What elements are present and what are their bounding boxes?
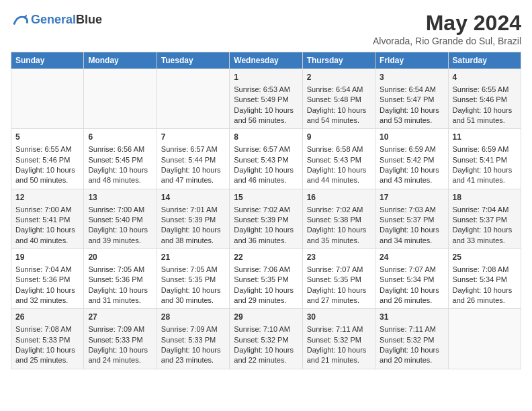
day-info-line: and 39 minutes. [88, 236, 152, 246]
day-info-line: Sunrise: 7:05 AM [88, 265, 152, 275]
day-number: 4 [453, 72, 517, 83]
calendar-cell: 15Sunrise: 7:02 AMSunset: 5:39 PMDayligh… [230, 189, 302, 248]
day-info-line: Daylight: 10 hours [453, 165, 517, 175]
day-info-line: Daylight: 10 hours [234, 285, 298, 295]
day-info-line: Daylight: 10 hours [15, 165, 79, 175]
calendar-cell: 27Sunrise: 7:09 AMSunset: 5:33 PMDayligh… [84, 309, 157, 369]
day-info-line: Daylight: 10 hours [380, 285, 443, 295]
header-wednesday: Wednesday [230, 52, 302, 69]
day-info-line: and 23 minutes. [161, 355, 225, 365]
day-info-line: Sunrise: 6:55 AM [453, 85, 517, 95]
day-info-line: and 48 minutes. [88, 175, 152, 185]
day-info-line: and 41 minutes. [453, 175, 517, 185]
day-info-line: Sunset: 5:36 PM [88, 275, 152, 285]
calendar-cell: 7Sunrise: 6:57 AMSunset: 5:44 PMDaylight… [157, 129, 229, 189]
calendar-cell: 5Sunrise: 6:55 AMSunset: 5:46 PMDaylight… [11, 129, 84, 189]
day-number: 26 [15, 312, 79, 323]
day-info-line: Sunset: 5:40 PM [88, 215, 152, 225]
day-info-line: Daylight: 10 hours [453, 285, 517, 295]
day-number: 5 [15, 132, 79, 143]
calendar-cell: 22Sunrise: 7:06 AMSunset: 5:35 PMDayligh… [230, 249, 302, 309]
day-number: 16 [307, 192, 371, 203]
calendar-cell: 14Sunrise: 7:01 AMSunset: 5:39 PMDayligh… [157, 189, 229, 248]
day-info-line: Sunset: 5:43 PM [307, 155, 371, 165]
header-thursday: Thursday [302, 52, 375, 69]
day-number: 23 [307, 252, 371, 263]
week-row-4: 19Sunrise: 7:04 AMSunset: 5:36 PMDayligh… [11, 249, 521, 309]
title-block: May 2024 Alvorada, Rio Grande do Sul, Br… [373, 11, 521, 46]
calendar-cell: 26Sunrise: 7:08 AMSunset: 5:33 PMDayligh… [11, 309, 84, 369]
day-number: 12 [15, 192, 79, 203]
day-info-line: Sunset: 5:39 PM [234, 215, 298, 225]
calendar-cell [11, 69, 84, 129]
day-info-line: Sunrise: 7:08 AM [453, 265, 517, 275]
calendar-cell: 1Sunrise: 6:53 AMSunset: 5:49 PMDaylight… [230, 69, 302, 129]
calendar-cell: 9Sunrise: 6:58 AMSunset: 5:43 PMDaylight… [302, 129, 375, 189]
day-info-line: Daylight: 10 hours [234, 345, 298, 355]
day-info-line: and 27 minutes. [307, 295, 371, 306]
day-info-line: Daylight: 10 hours [161, 345, 225, 355]
day-info-line: Sunrise: 7:04 AM [453, 205, 517, 215]
day-info-line: Daylight: 10 hours [453, 105, 517, 116]
day-number: 20 [88, 252, 152, 263]
day-number: 19 [15, 252, 79, 263]
header-friday: Friday [375, 52, 448, 69]
day-info-line: and 22 minutes. [234, 355, 298, 365]
header-tuesday: Tuesday [157, 52, 229, 69]
day-info-line: Sunrise: 7:09 AM [161, 324, 225, 334]
day-info-line: Sunrise: 7:07 AM [380, 265, 443, 275]
day-info-line: Sunrise: 7:05 AM [161, 265, 225, 275]
day-info-line: and 51 minutes. [453, 116, 517, 126]
day-info-line: Daylight: 10 hours [307, 105, 371, 116]
day-info-line: Daylight: 10 hours [88, 225, 152, 235]
day-info-line: Daylight: 10 hours [15, 225, 79, 235]
day-number: 8 [234, 132, 298, 143]
day-number: 25 [453, 252, 517, 263]
calendar-cell: 4Sunrise: 6:55 AMSunset: 5:46 PMDaylight… [448, 69, 521, 129]
day-info-line: Sunrise: 7:11 AM [307, 324, 371, 334]
day-info-line: Sunset: 5:41 PM [15, 215, 79, 225]
day-number: 21 [161, 252, 225, 263]
calendar-cell: 20Sunrise: 7:05 AMSunset: 5:36 PMDayligh… [84, 249, 157, 309]
calendar-cell: 6Sunrise: 6:56 AMSunset: 5:45 PMDaylight… [84, 129, 157, 189]
day-info-line: Sunrise: 7:10 AM [234, 324, 298, 334]
calendar-cell: 13Sunrise: 7:00 AMSunset: 5:40 PMDayligh… [84, 189, 157, 248]
day-info-line: Sunrise: 7:06 AM [234, 265, 298, 275]
day-number: 3 [380, 72, 443, 83]
day-number: 28 [161, 312, 225, 323]
day-info-line: and 36 minutes. [234, 236, 298, 246]
day-info-line: Sunrise: 7:07 AM [307, 265, 371, 275]
day-info-line: Sunrise: 7:00 AM [15, 205, 79, 215]
day-info-line: Daylight: 10 hours [234, 165, 298, 175]
day-info-line: Daylight: 10 hours [234, 225, 298, 235]
day-info-line: and 32 minutes. [15, 295, 79, 306]
calendar-cell [448, 309, 521, 369]
day-info-line: and 20 minutes. [380, 355, 443, 365]
day-info-line: Daylight: 10 hours [453, 225, 517, 235]
day-info-line: Sunrise: 6:58 AM [307, 144, 371, 154]
calendar-table: SundayMondayTuesdayWednesdayThursdayFrid… [11, 52, 521, 369]
day-number: 13 [88, 192, 152, 203]
day-info-line: and 26 minutes. [380, 295, 443, 306]
day-info-line: Sunset: 5:44 PM [161, 155, 225, 165]
day-info-line: and 54 minutes. [307, 116, 371, 126]
day-info-line: Sunset: 5:46 PM [453, 95, 517, 105]
day-number: 15 [234, 192, 298, 203]
day-info-line: Sunset: 5:45 PM [88, 155, 152, 165]
day-info-line: Sunset: 5:38 PM [307, 215, 371, 225]
day-info-line: and 31 minutes. [88, 295, 152, 306]
day-number: 27 [88, 312, 152, 323]
day-info-line: Daylight: 10 hours [380, 165, 443, 175]
day-info-line: Sunset: 5:34 PM [380, 275, 443, 285]
day-info-line: and 50 minutes. [15, 175, 79, 185]
day-info-line: Sunrise: 7:09 AM [88, 324, 152, 334]
day-info-line: Sunset: 5:42 PM [380, 155, 443, 165]
day-info-line: and 46 minutes. [234, 175, 298, 185]
calendar-cell: 11Sunrise: 6:59 AMSunset: 5:41 PMDayligh… [448, 129, 521, 189]
day-info-line: and 40 minutes. [15, 236, 79, 246]
day-info-line: Daylight: 10 hours [88, 285, 152, 295]
day-info-line: and 34 minutes. [380, 236, 443, 246]
day-info-line: Sunset: 5:35 PM [161, 275, 225, 285]
day-info-line: Sunset: 5:32 PM [380, 335, 443, 345]
day-info-line: Sunset: 5:35 PM [307, 275, 371, 285]
